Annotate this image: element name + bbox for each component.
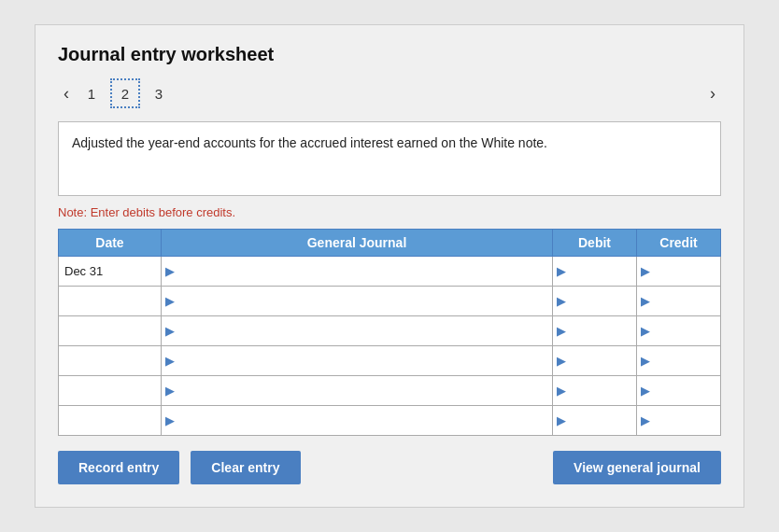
arrow-icon: ▶ [641,294,650,308]
general-journal-input[interactable] [178,264,548,278]
credit-input[interactable] [654,354,716,368]
clear-entry-button[interactable]: Clear entry [191,451,300,484]
buttons-row: Record entry Clear entry View general jo… [58,451,721,484]
credit-cell[interactable]: ▶ [637,287,721,316]
debit-cell[interactable]: ▶ [553,346,637,376]
arrow-icon: ▶ [641,413,650,427]
arrow-icon: ▶ [557,354,566,368]
general-journal-cell[interactable]: ▶ [162,257,553,287]
general-journal-cell[interactable]: ▶ [162,316,553,346]
date-cell: Dec 31 [59,257,162,287]
col-credit: Credit [637,230,721,257]
date-cell [59,406,162,436]
debit-cell[interactable]: ▶ [553,316,637,346]
description-text: Adjusted the year-end accounts for the a… [72,135,547,150]
page-2[interactable]: 2 [110,78,140,108]
arrow-icon: ▶ [557,384,566,398]
arrow-icon: ▶ [557,413,566,427]
debit-cell[interactable]: ▶ [553,287,637,316]
credit-input[interactable] [654,413,716,427]
debit-cell[interactable]: ▶ [553,406,637,436]
credit-cell[interactable]: ▶ [637,257,721,287]
journal-table: Date General Journal Debit Credit Dec 31… [58,229,721,436]
arrow-icon: ▶ [165,413,175,427]
arrow-icon: ▶ [641,264,650,278]
arrow-icon: ▶ [165,324,175,338]
worksheet-container: Journal entry worksheet ‹ 1 2 3 › Adjust… [35,24,744,508]
debit-input[interactable] [570,264,632,278]
credit-cell[interactable]: ▶ [637,406,721,436]
col-debit: Debit [553,230,637,257]
arrow-icon: ▶ [165,384,175,398]
debit-input[interactable] [570,324,632,338]
debit-input[interactable] [570,413,632,427]
page-3[interactable]: 3 [144,78,174,108]
date-cell [59,287,162,316]
credit-input[interactable] [654,384,716,398]
general-journal-cell[interactable]: ▶ [162,287,553,316]
arrow-icon: ▶ [641,354,650,368]
arrow-icon: ▶ [165,294,175,308]
description-box: Adjusted the year-end accounts for the a… [58,121,721,196]
general-journal-input[interactable] [178,354,548,368]
date-cell [59,346,162,376]
table-row: ▶▶▶ [59,287,721,316]
page-title: Journal entry worksheet [58,44,721,65]
arrow-icon: ▶ [557,264,566,278]
col-date: Date [59,230,162,257]
general-journal-cell[interactable]: ▶ [162,406,553,436]
credit-input[interactable] [654,324,716,338]
table-row: ▶▶▶ [59,376,721,406]
view-general-journal-button[interactable]: View general journal [553,451,721,484]
arrow-icon: ▶ [165,264,175,278]
general-journal-input[interactable] [178,324,548,338]
note-text: Note: Enter debits before credits. [58,205,721,219]
credit-input[interactable] [654,294,716,308]
credit-cell[interactable]: ▶ [637,316,721,346]
arrow-icon: ▶ [557,324,566,338]
general-journal-cell[interactable]: ▶ [162,346,553,376]
arrow-icon: ▶ [641,324,650,338]
table-row: ▶▶▶ [59,316,721,346]
arrow-icon: ▶ [165,354,175,368]
debit-input[interactable] [570,294,632,308]
credit-cell[interactable]: ▶ [637,376,721,406]
table-row: ▶▶▶ [59,346,721,376]
table-row: ▶▶▶ [59,406,721,436]
general-journal-input[interactable] [178,294,548,308]
next-page-button[interactable]: › [704,82,721,105]
credit-input[interactable] [654,264,716,278]
credit-cell[interactable]: ▶ [637,346,721,376]
prev-page-button[interactable]: ‹ [58,82,75,105]
arrow-icon: ▶ [641,384,650,398]
debit-input[interactable] [570,384,632,398]
record-entry-button[interactable]: Record entry [58,451,179,484]
date-cell [59,376,162,406]
general-journal-input[interactable] [178,384,548,398]
general-journal-cell[interactable]: ▶ [162,376,553,406]
table-row: Dec 31▶▶▶ [59,257,721,287]
arrow-icon: ▶ [557,294,566,308]
page-1[interactable]: 1 [77,78,106,108]
date-cell [59,316,162,346]
debit-cell[interactable]: ▶ [553,257,637,287]
general-journal-input[interactable] [178,413,548,427]
debit-cell[interactable]: ▶ [553,376,637,406]
col-general-journal: General Journal [162,230,553,257]
pagination: ‹ 1 2 3 › [58,78,721,108]
debit-input[interactable] [570,354,632,368]
